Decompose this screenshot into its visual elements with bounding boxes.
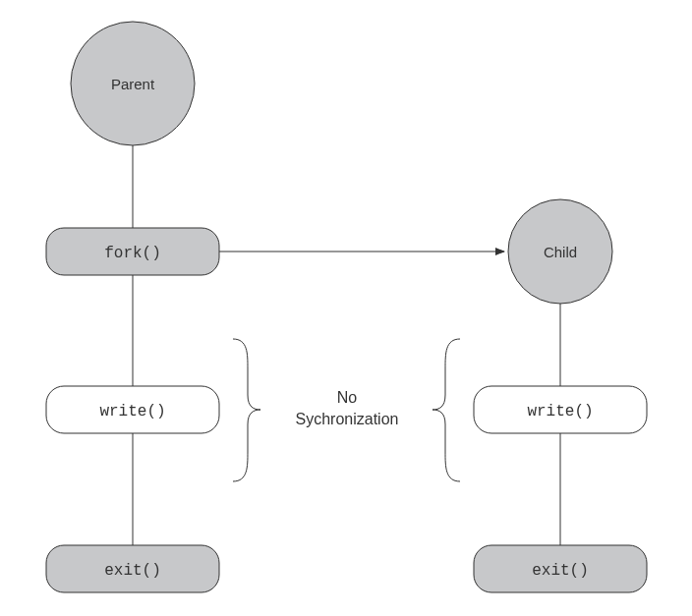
left-brace bbox=[233, 339, 260, 481]
annotation-line2: Sychronization bbox=[296, 411, 399, 427]
parent-label: Parent bbox=[111, 76, 155, 92]
right-brace bbox=[432, 339, 460, 481]
child-label: Child bbox=[544, 244, 577, 260]
parent-exit-label: exit() bbox=[104, 562, 161, 580]
child-exit-label: exit() bbox=[532, 562, 589, 580]
fork-label: fork() bbox=[104, 245, 161, 262]
child-write-label: write() bbox=[527, 403, 593, 420]
annotation-line1: No bbox=[337, 389, 358, 406]
process-fork-diagram: Parent fork() write() exit() Child write… bbox=[0, 0, 692, 616]
parent-write-label: write() bbox=[99, 403, 165, 420]
